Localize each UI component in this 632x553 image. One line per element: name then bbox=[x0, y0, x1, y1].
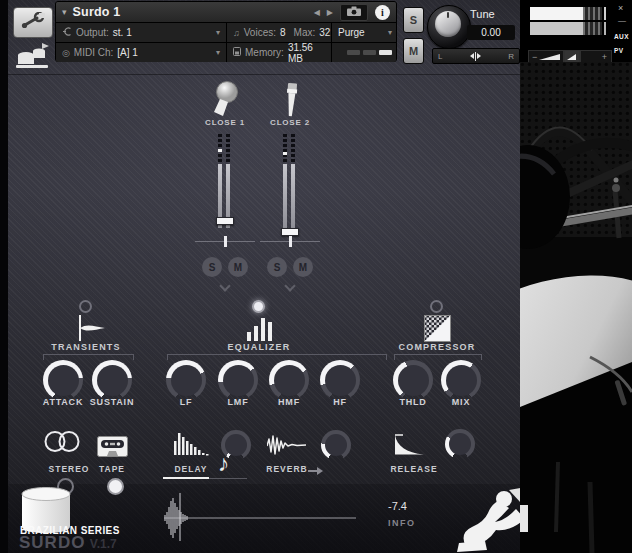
attack-knob[interactable] bbox=[43, 360, 83, 400]
delay-time-knob[interactable] bbox=[221, 430, 251, 460]
instrument-title-bar[interactable]: ▾ Surdo 1 ◀ ▶ i bbox=[56, 2, 396, 23]
voices-value: 8 bbox=[280, 27, 286, 38]
prev-instrument-button[interactable]: ◀ bbox=[314, 8, 320, 17]
compressor-led[interactable] bbox=[430, 300, 443, 313]
mic-channel-close-1: CLOSE 1 S M bbox=[190, 80, 260, 296]
mix-knob[interactable] bbox=[441, 360, 481, 400]
hf-knob[interactable] bbox=[320, 360, 360, 400]
channel-solo-button[interactable]: S bbox=[267, 257, 287, 277]
next-instrument-button[interactable]: ▶ bbox=[327, 8, 333, 17]
thld-knob[interactable] bbox=[393, 360, 433, 400]
lf-knob[interactable] bbox=[166, 360, 206, 400]
delay-underline-track bbox=[209, 478, 247, 479]
equalizer-section-label: EQUALIZER bbox=[199, 342, 319, 352]
channel-pan-handle[interactable] bbox=[289, 236, 292, 247]
volume-plus-label: + bbox=[602, 52, 607, 62]
purge-cell[interactable]: Purge ▾ bbox=[331, 23, 398, 42]
minimize-icon[interactable]: — bbox=[618, 16, 626, 25]
midi-dropdown-icon[interactable]: ▾ bbox=[216, 48, 220, 57]
product-name-line: SURDO V.1.7 bbox=[19, 533, 117, 553]
capoeira-figure-logo bbox=[446, 486, 528, 553]
sustain-label: SUSTAIN bbox=[80, 397, 144, 407]
edit-wrench-button[interactable] bbox=[13, 7, 53, 38]
reverb-icon bbox=[267, 434, 307, 461]
max-label: Max: bbox=[294, 27, 316, 38]
hmf-knob[interactable] bbox=[269, 360, 309, 400]
meter-peak-tick-right bbox=[604, 22, 606, 35]
instrument-title: Surdo 1 bbox=[73, 5, 121, 19]
memory-icon bbox=[233, 47, 241, 58]
channel-pan-handle[interactable] bbox=[224, 236, 227, 247]
pencil-mic-icon bbox=[271, 80, 309, 122]
max-value: 32 bbox=[319, 27, 330, 38]
pan-right-label: R bbox=[508, 52, 514, 61]
header-row-midi-memory: ◎ MIDI Ch: [A] 1 ▾ Memory: 31.56 MB bbox=[56, 43, 396, 62]
purge-meter bbox=[347, 50, 392, 55]
volume-minus-label: − bbox=[532, 52, 537, 62]
channel-meter bbox=[283, 134, 297, 164]
output-meter-right bbox=[530, 22, 602, 35]
reverb-arrow-icon[interactable] bbox=[308, 467, 324, 475]
close-icon[interactable]: × bbox=[618, 3, 623, 13]
mix-label: MIX bbox=[429, 397, 493, 407]
aux-button[interactable]: AUX bbox=[614, 33, 629, 40]
output-icon bbox=[62, 27, 72, 38]
tape-label[interactable]: TAPE bbox=[72, 464, 152, 474]
channel-expand-chevron-icon[interactable] bbox=[286, 282, 294, 290]
purge-dropdown-icon[interactable]: ▾ bbox=[388, 28, 392, 37]
channel-solo-button[interactable]: S bbox=[202, 257, 222, 277]
output-meter-left bbox=[530, 7, 602, 20]
channel-fader-track[interactable] bbox=[283, 164, 297, 228]
tape-icon bbox=[97, 436, 128, 461]
mic-channel-close-2: CLOSE 2 S M bbox=[255, 80, 325, 296]
tune-label: Tune bbox=[470, 8, 516, 20]
product-name: SURDO bbox=[19, 533, 85, 552]
tune-value[interactable]: 0.00 bbox=[467, 25, 515, 40]
midi-cell[interactable]: ◎ MIDI Ch: [A] 1 ▾ bbox=[56, 43, 226, 62]
compressor-bracket bbox=[394, 354, 482, 360]
channel-expand-chevron-icon[interactable] bbox=[221, 282, 229, 290]
transients-led[interactable] bbox=[79, 300, 92, 313]
midi-icon: ◎ bbox=[62, 48, 70, 58]
output-level-value: -7.4 bbox=[388, 500, 407, 512]
output-cell[interactable]: Output: st. 1 ▾ bbox=[56, 23, 226, 42]
channel-mute-button[interactable]: M bbox=[293, 257, 313, 277]
meter-peak-tick-left bbox=[604, 7, 606, 20]
release-knob[interactable] bbox=[445, 429, 475, 459]
info-label[interactable]: INFO bbox=[388, 518, 416, 528]
wrench-icon bbox=[20, 12, 46, 34]
midi-value: [A] 1 bbox=[117, 47, 138, 58]
lmf-knob[interactable] bbox=[218, 360, 258, 400]
transients-bracket bbox=[43, 354, 134, 360]
snapshot-camera-button[interactable] bbox=[340, 4, 368, 21]
output-dropdown-icon[interactable]: ▾ bbox=[216, 28, 220, 37]
release-label: RELEASE bbox=[374, 464, 454, 474]
rack-left-edge bbox=[0, 0, 8, 553]
waveform-display bbox=[158, 490, 368, 550]
header-row-output-voices: Output: st. 1 ▾ ♫ Voices: 8 Max: 32 Purg… bbox=[56, 23, 396, 43]
product-version: V.1.7 bbox=[90, 537, 117, 551]
instrument-mute-button[interactable]: M bbox=[403, 38, 424, 64]
memory-value: 31.56 MB bbox=[288, 42, 325, 64]
purge-label[interactable]: Purge bbox=[338, 27, 365, 38]
instrument-solo-button[interactable]: S bbox=[403, 7, 424, 33]
kontakt-instrument-window: ▾ Surdo 1 ◀ ▶ i bbox=[0, 0, 632, 553]
pv-button[interactable]: PV bbox=[614, 47, 623, 54]
collapse-caret-icon[interactable]: ▾ bbox=[62, 7, 67, 17]
transients-section-label: TRANSIENTS bbox=[26, 342, 146, 352]
pan-handle-icon[interactable] bbox=[470, 52, 481, 61]
voices-label: Voices: bbox=[244, 27, 276, 38]
tape-led[interactable] bbox=[107, 478, 124, 495]
output-label: Output: bbox=[76, 27, 109, 38]
studio-drum-photo bbox=[520, 62, 632, 553]
equalizer-led[interactable] bbox=[252, 300, 265, 313]
sustain-knob[interactable] bbox=[92, 360, 132, 400]
channel-fader-handle[interactable] bbox=[281, 228, 299, 236]
channel-fader-handle[interactable] bbox=[216, 217, 234, 225]
channel-mute-button[interactable]: M bbox=[228, 257, 248, 277]
channel-label: CLOSE 2 bbox=[255, 118, 325, 127]
reverb-amount-knob[interactable] bbox=[321, 430, 351, 460]
info-button[interactable]: i bbox=[375, 5, 390, 20]
pan-slider[interactable]: L R bbox=[432, 48, 520, 64]
panel-seam bbox=[8, 74, 520, 75]
